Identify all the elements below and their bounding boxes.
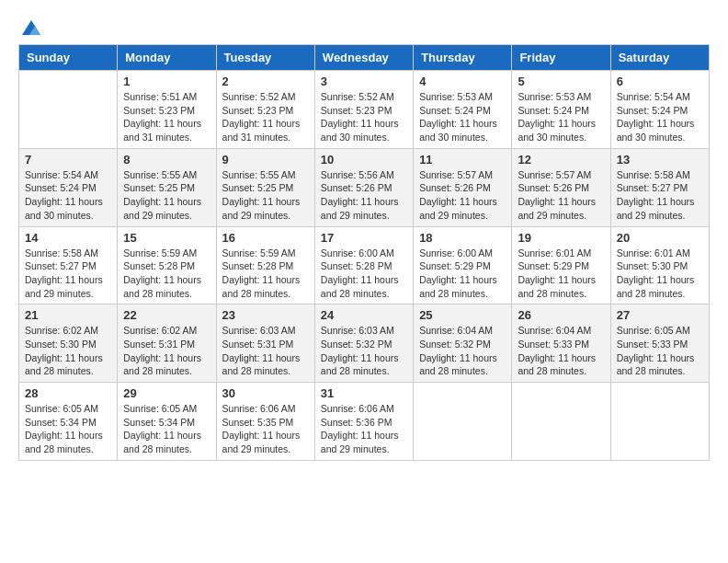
calendar-cell bbox=[414, 383, 512, 461]
calendar-cell: 13Sunrise: 5:58 AMSunset: 5:27 PMDayligh… bbox=[610, 148, 709, 226]
day-number: 10 bbox=[321, 153, 407, 167]
calendar-cell: 2Sunrise: 5:52 AMSunset: 5:23 PMDaylight… bbox=[216, 71, 314, 149]
day-info: Sunrise: 6:01 AMSunset: 5:30 PMDaylight:… bbox=[617, 247, 703, 301]
day-info: Sunrise: 5:51 AMSunset: 5:23 PMDaylight:… bbox=[123, 90, 210, 144]
calendar-cell: 23Sunrise: 6:03 AMSunset: 5:31 PMDayligh… bbox=[216, 304, 314, 383]
day-info: Sunrise: 6:00 AMSunset: 5:29 PMDaylight:… bbox=[419, 247, 506, 301]
day-info: Sunrise: 5:54 AMSunset: 5:24 PMDaylight:… bbox=[617, 90, 703, 144]
weekday-header: Saturday bbox=[610, 45, 709, 71]
day-number: 12 bbox=[518, 153, 604, 167]
day-number: 17 bbox=[321, 231, 407, 245]
day-number: 28 bbox=[25, 386, 111, 400]
calendar-cell: 15Sunrise: 5:59 AMSunset: 5:28 PMDayligh… bbox=[118, 226, 216, 304]
day-info: Sunrise: 5:52 AMSunset: 5:23 PMDaylight:… bbox=[321, 90, 407, 144]
day-number: 15 bbox=[123, 231, 210, 245]
day-info: Sunrise: 5:59 AMSunset: 5:28 PMDaylight:… bbox=[123, 247, 210, 301]
day-number: 4 bbox=[419, 75, 506, 88]
day-info: Sunrise: 6:05 AMSunset: 5:34 PMDaylight:… bbox=[25, 402, 111, 456]
calendar-cell: 30Sunrise: 6:06 AMSunset: 5:35 PMDayligh… bbox=[216, 383, 314, 461]
day-info: Sunrise: 5:53 AMSunset: 5:24 PMDaylight:… bbox=[518, 90, 604, 144]
calendar-cell: 6Sunrise: 5:54 AMSunset: 5:24 PMDaylight… bbox=[610, 71, 709, 149]
calendar-cell: 5Sunrise: 5:53 AMSunset: 5:24 PMDaylight… bbox=[512, 71, 610, 149]
day-info: Sunrise: 5:52 AMSunset: 5:23 PMDaylight:… bbox=[222, 90, 309, 144]
calendar-cell bbox=[512, 383, 610, 461]
day-info: Sunrise: 6:04 AMSunset: 5:33 PMDaylight:… bbox=[518, 324, 604, 378]
day-number: 1 bbox=[123, 75, 210, 88]
weekday-header: Thursday bbox=[414, 45, 512, 71]
day-number: 13 bbox=[617, 153, 703, 167]
day-number: 8 bbox=[123, 153, 210, 167]
day-number: 14 bbox=[25, 231, 111, 245]
day-info: Sunrise: 5:58 AMSunset: 5:27 PMDaylight:… bbox=[617, 168, 703, 223]
day-info: Sunrise: 6:06 AMSunset: 5:36 PMDaylight:… bbox=[321, 402, 407, 456]
day-number: 11 bbox=[419, 153, 506, 167]
day-info: Sunrise: 5:53 AMSunset: 5:24 PMDaylight:… bbox=[419, 90, 506, 144]
calendar-cell: 3Sunrise: 5:52 AMSunset: 5:23 PMDaylight… bbox=[314, 71, 413, 149]
calendar-cell: 16Sunrise: 5:59 AMSunset: 5:28 PMDayligh… bbox=[216, 226, 314, 304]
calendar-cell: 14Sunrise: 5:58 AMSunset: 5:27 PMDayligh… bbox=[19, 226, 118, 304]
calendar-cell: 31Sunrise: 6:06 AMSunset: 5:36 PMDayligh… bbox=[314, 383, 413, 461]
calendar-week-row: 28Sunrise: 6:05 AMSunset: 5:34 PMDayligh… bbox=[19, 383, 710, 461]
weekday-header: Sunday bbox=[19, 45, 118, 71]
day-number: 31 bbox=[321, 386, 407, 400]
day-info: Sunrise: 6:03 AMSunset: 5:31 PMDaylight:… bbox=[222, 324, 309, 378]
logo-icon bbox=[20, 18, 42, 40]
day-number: 9 bbox=[222, 153, 309, 167]
calendar-cell: 7Sunrise: 5:54 AMSunset: 5:24 PMDaylight… bbox=[19, 148, 118, 226]
weekday-header-row: SundayMondayTuesdayWednesdayThursdayFrid… bbox=[19, 45, 710, 71]
calendar-cell: 25Sunrise: 6:04 AMSunset: 5:32 PMDayligh… bbox=[414, 304, 512, 383]
calendar-cell: 8Sunrise: 5:55 AMSunset: 5:25 PMDaylight… bbox=[118, 148, 216, 226]
calendar-cell: 21Sunrise: 6:02 AMSunset: 5:30 PMDayligh… bbox=[19, 304, 118, 383]
day-number: 24 bbox=[321, 308, 407, 322]
calendar-cell: 26Sunrise: 6:04 AMSunset: 5:33 PMDayligh… bbox=[512, 304, 610, 383]
day-info: Sunrise: 6:01 AMSunset: 5:29 PMDaylight:… bbox=[518, 247, 604, 301]
calendar-cell: 10Sunrise: 5:56 AMSunset: 5:26 PMDayligh… bbox=[314, 148, 413, 226]
day-number: 30 bbox=[222, 386, 309, 400]
weekday-header: Wednesday bbox=[314, 45, 413, 71]
day-info: Sunrise: 5:58 AMSunset: 5:27 PMDaylight:… bbox=[25, 247, 111, 301]
day-number: 26 bbox=[518, 308, 604, 322]
calendar-cell: 4Sunrise: 5:53 AMSunset: 5:24 PMDaylight… bbox=[414, 71, 512, 149]
calendar-table: SundayMondayTuesdayWednesdayThursdayFrid… bbox=[18, 44, 710, 461]
day-info: Sunrise: 5:55 AMSunset: 5:25 PMDaylight:… bbox=[123, 168, 210, 223]
calendar-week-row: 7Sunrise: 5:54 AMSunset: 5:24 PMDaylight… bbox=[19, 148, 710, 226]
day-number: 7 bbox=[25, 153, 111, 167]
calendar-cell: 27Sunrise: 6:05 AMSunset: 5:33 PMDayligh… bbox=[610, 304, 709, 383]
day-info: Sunrise: 6:02 AMSunset: 5:31 PMDaylight:… bbox=[123, 324, 210, 378]
page-header bbox=[18, 18, 710, 37]
calendar-cell: 1Sunrise: 5:51 AMSunset: 5:23 PMDaylight… bbox=[118, 71, 216, 149]
day-number: 3 bbox=[321, 75, 407, 88]
day-number: 21 bbox=[25, 308, 111, 322]
calendar-cell: 28Sunrise: 6:05 AMSunset: 5:34 PMDayligh… bbox=[19, 383, 118, 461]
calendar-cell: 18Sunrise: 6:00 AMSunset: 5:29 PMDayligh… bbox=[414, 226, 512, 304]
day-number: 29 bbox=[123, 386, 210, 400]
day-info: Sunrise: 5:57 AMSunset: 5:26 PMDaylight:… bbox=[419, 168, 506, 223]
day-info: Sunrise: 5:55 AMSunset: 5:25 PMDaylight:… bbox=[222, 168, 309, 223]
day-info: Sunrise: 6:04 AMSunset: 5:32 PMDaylight:… bbox=[419, 324, 506, 378]
day-number: 2 bbox=[222, 75, 309, 88]
calendar-cell: 20Sunrise: 6:01 AMSunset: 5:30 PMDayligh… bbox=[610, 226, 709, 304]
day-number: 27 bbox=[617, 308, 703, 322]
calendar-cell: 9Sunrise: 5:55 AMSunset: 5:25 PMDaylight… bbox=[216, 148, 314, 226]
calendar-week-row: 14Sunrise: 5:58 AMSunset: 5:27 PMDayligh… bbox=[19, 226, 710, 304]
calendar-cell: 12Sunrise: 5:57 AMSunset: 5:26 PMDayligh… bbox=[512, 148, 610, 226]
calendar-week-row: 1Sunrise: 5:51 AMSunset: 5:23 PMDaylight… bbox=[19, 71, 710, 149]
day-info: Sunrise: 6:02 AMSunset: 5:30 PMDaylight:… bbox=[25, 324, 111, 378]
calendar-cell: 29Sunrise: 6:05 AMSunset: 5:34 PMDayligh… bbox=[118, 383, 216, 461]
day-info: Sunrise: 6:06 AMSunset: 5:35 PMDaylight:… bbox=[222, 402, 309, 456]
day-info: Sunrise: 5:57 AMSunset: 5:26 PMDaylight:… bbox=[518, 168, 604, 223]
day-number: 18 bbox=[419, 231, 506, 245]
calendar-cell: 24Sunrise: 6:03 AMSunset: 5:32 PMDayligh… bbox=[314, 304, 413, 383]
calendar-cell bbox=[19, 71, 118, 149]
day-number: 5 bbox=[518, 75, 604, 88]
day-info: Sunrise: 5:54 AMSunset: 5:24 PMDaylight:… bbox=[25, 168, 111, 223]
day-info: Sunrise: 5:59 AMSunset: 5:28 PMDaylight:… bbox=[222, 247, 309, 301]
calendar-cell: 17Sunrise: 6:00 AMSunset: 5:28 PMDayligh… bbox=[314, 226, 413, 304]
day-number: 25 bbox=[419, 308, 506, 322]
calendar-cell bbox=[610, 383, 709, 461]
day-info: Sunrise: 6:05 AMSunset: 5:33 PMDaylight:… bbox=[617, 324, 703, 378]
day-number: 22 bbox=[123, 308, 210, 322]
calendar-cell: 11Sunrise: 5:57 AMSunset: 5:26 PMDayligh… bbox=[414, 148, 512, 226]
calendar-cell: 22Sunrise: 6:02 AMSunset: 5:31 PMDayligh… bbox=[118, 304, 216, 383]
day-number: 6 bbox=[617, 75, 703, 88]
